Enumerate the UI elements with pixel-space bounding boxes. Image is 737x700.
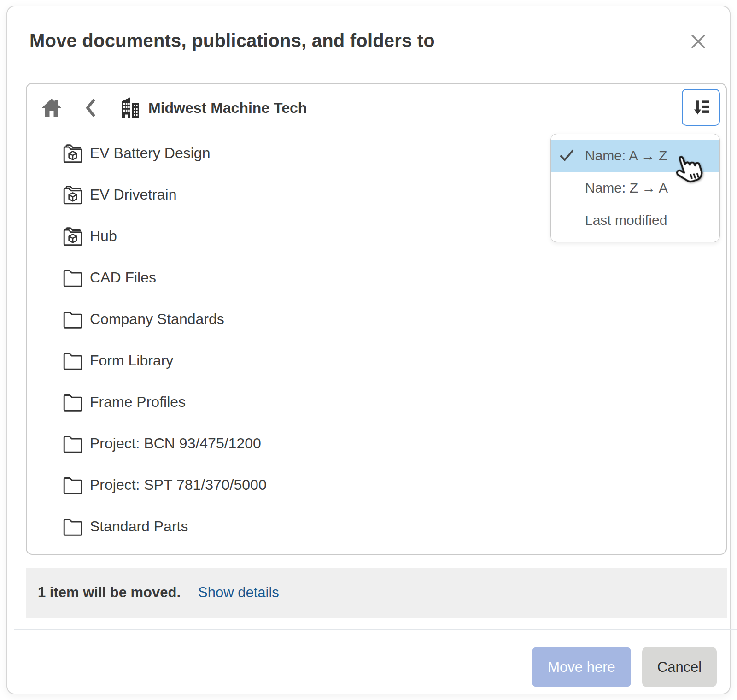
folder-icon	[61, 307, 84, 330]
dialog-title: Move documents, publications, and folder…	[29, 30, 435, 51]
project-folder-icon	[61, 183, 84, 206]
move-here-button[interactable]: Move here	[532, 647, 631, 687]
checkmark-icon	[559, 149, 575, 163]
item-label: Standard Parts	[90, 518, 188, 535]
folder-row[interactable]: Company Standards	[61, 298, 522, 340]
folder-row[interactable]: Frame Profiles	[61, 381, 522, 423]
folder-icon	[61, 266, 84, 289]
folder-icon	[61, 432, 84, 455]
move-dialog: Move documents, publications, and folder…	[6, 6, 731, 694]
folder-icon	[61, 473, 84, 496]
folder-row[interactable]: Hub	[61, 215, 522, 257]
item-label: Form Library	[90, 352, 173, 369]
item-label: Hub	[90, 228, 117, 245]
footer-actions: Move here Cancel	[7, 647, 717, 687]
status-bar: 1 item will be moved. Show details	[26, 568, 727, 618]
item-label: Frame Profiles	[90, 394, 186, 411]
option-label: Name: A → Z	[585, 148, 667, 164]
folder-row[interactable]: CAD Files	[61, 257, 522, 298]
folder-row[interactable]: Form Library	[61, 340, 522, 381]
folder-icon	[61, 515, 84, 538]
item-label: Company Standards	[90, 311, 224, 328]
folder-icon	[61, 349, 84, 372]
item-label: EV Battery Design	[90, 145, 210, 162]
folder-row[interactable]: Project: BCN 93/475/1200	[61, 423, 522, 464]
sort-option[interactable]: Last modified	[551, 204, 719, 236]
folder-row[interactable]: EV Battery Design	[61, 132, 522, 174]
sort-descending-icon	[691, 97, 711, 118]
current-location-label: Midwest Machine Tech	[148, 100, 307, 117]
chevron-left-icon[interactable]	[84, 98, 98, 118]
folder-row[interactable]: EV Drivetrain	[61, 174, 522, 215]
option-label: Last modified	[585, 212, 667, 228]
close-button[interactable]	[688, 31, 708, 52]
show-details-link[interactable]: Show details	[198, 584, 279, 601]
item-label: EV Drivetrain	[90, 186, 177, 203]
item-label: Project: SPT 781/370/5000	[90, 476, 267, 494]
folder-list: EV Battery Design EV Drivetrain Hub CAD …	[61, 132, 522, 547]
close-icon	[690, 34, 706, 49]
cancel-button[interactable]: Cancel	[642, 647, 717, 687]
folder-row[interactable]: Project: SPT 781/370/5000	[61, 464, 522, 506]
breadcrumb: Midwest Machine Tech	[27, 84, 726, 132]
project-folder-icon	[61, 224, 84, 247]
option-label: Name: Z → A	[585, 180, 668, 196]
sort-button[interactable]	[682, 89, 720, 126]
item-label: Project: BCN 93/475/1200	[90, 435, 261, 452]
item-label: CAD Files	[90, 269, 156, 286]
buildings-icon	[118, 95, 143, 120]
home-icon[interactable]	[41, 96, 63, 119]
move-summary: 1 item will be moved.	[38, 584, 181, 601]
header-divider	[14, 70, 737, 70]
folder-icon	[61, 390, 84, 413]
folder-row[interactable]: Standard Parts	[61, 506, 522, 547]
footer-divider	[14, 629, 737, 630]
project-folder-icon	[61, 141, 84, 165]
